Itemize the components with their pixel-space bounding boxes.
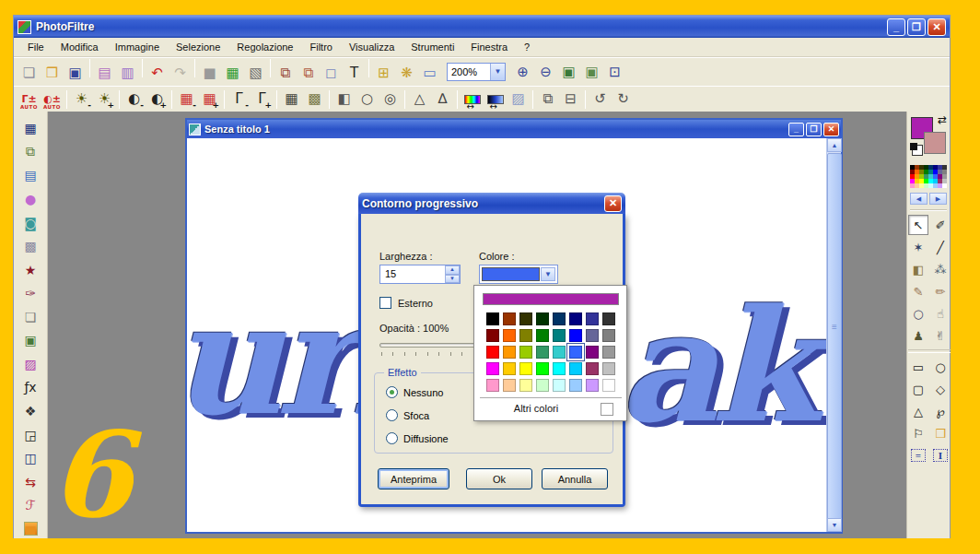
paste-as-selection-icon[interactable]: ◻ <box>320 63 343 85</box>
preview-button[interactable]: Anteprima <box>378 468 449 489</box>
rotate-right-icon[interactable]: ↻ <box>612 88 635 111</box>
palette-color-swatch[interactable] <box>503 362 516 375</box>
hue-adjust-icon[interactable] <box>461 88 484 111</box>
clone-stamp-tool[interactable]: ♟ <box>908 325 928 346</box>
cancel-button[interactable]: Annulla <box>542 468 608 489</box>
palette-color-swatch[interactable] <box>942 183 947 188</box>
menu-item-regolazione[interactable]: Regolazione <box>228 40 301 54</box>
scrollbar-thumb[interactable] <box>827 153 842 520</box>
dialog-close-button[interactable]: ✕ <box>604 195 622 212</box>
menu-item-modifica[interactable]: Modifica <box>52 40 107 54</box>
palette-color-swatch[interactable] <box>602 346 615 359</box>
zoom-in-icon[interactable]: ⊕ <box>511 61 534 83</box>
gamma-minus-icon[interactable]: Γ- <box>228 88 251 111</box>
width-spinner[interactable]: 15 ▲ ▼ <box>379 265 461 284</box>
load-selection-tool[interactable]: ❒ <box>930 423 951 443</box>
flip-vertical-icon[interactable]: ⊟ <box>559 88 582 111</box>
current-color-bar[interactable] <box>483 293 619 305</box>
save-2000-icon[interactable]: ◫ <box>19 449 41 468</box>
contrast-minus-icon[interactable]: ◐- <box>122 88 146 111</box>
line-tool[interactable]: ╱ <box>930 237 951 257</box>
frame-module-icon[interactable]: ◲ <box>19 425 41 444</box>
indexed-colors-icon[interactable]: ▦ <box>221 63 244 85</box>
scroll-down-arrow[interactable]: ▼ <box>827 518 842 532</box>
sharpen-more-icon[interactable]: ∆ <box>431 88 454 111</box>
palette-color-swatch[interactable] <box>586 312 599 325</box>
mirror-icon[interactable]: ⇆ <box>19 472 41 491</box>
palette-color-swatch[interactable] <box>586 362 599 375</box>
palette-color-swatch[interactable] <box>569 362 582 375</box>
palette-color-swatch[interactable] <box>553 362 566 375</box>
magic-wand-tool[interactable]: ✶ <box>908 237 928 257</box>
star-icon[interactable]: ★ <box>19 260 41 279</box>
pointer-tool[interactable]: ↖ <box>908 215 928 235</box>
palette-color-swatch[interactable] <box>569 329 582 342</box>
photomask-color-icon[interactable]: ▩ <box>303 88 326 111</box>
doc-restore-button[interactable]: ❐ <box>806 123 822 136</box>
gamma-auto-icon[interactable]: Γ±AUTO <box>18 88 41 111</box>
photomask-icon[interactable]: ▦ <box>280 88 303 111</box>
menu-item-[interactable]: ? <box>516 40 538 54</box>
palette-color-swatch[interactable] <box>536 362 549 375</box>
palette-color-swatch[interactable] <box>519 312 532 325</box>
blank-page-icon[interactable]: ❏ <box>19 308 41 327</box>
text-tool-icon[interactable]: T <box>343 63 366 85</box>
spray-tool[interactable]: ⁂ <box>930 259 951 279</box>
palette-color-swatch[interactable] <box>536 312 549 325</box>
image-properties-icon[interactable]: ▧ <box>244 63 267 85</box>
fill-tool[interactable]: ◧ <box>908 259 928 279</box>
select-diamond-tool[interactable]: ◇ <box>930 379 951 399</box>
open-icon[interactable]: ❒ <box>41 63 64 85</box>
print-icon[interactable]: ▤ <box>93 63 116 85</box>
palette-color-swatch[interactable] <box>536 346 549 359</box>
advanced-brush-tool[interactable]: ✏ <box>930 281 951 301</box>
menu-item-immagine[interactable]: Immagine <box>107 40 168 54</box>
fx-icon[interactable]: ƒx <box>19 378 41 397</box>
menu-item-file[interactable]: File <box>19 40 52 54</box>
effect-option-nessuno[interactable]: Nessuno <box>386 386 443 398</box>
palette-color-swatch[interactable] <box>586 379 599 392</box>
palette-color-swatch[interactable] <box>553 329 566 342</box>
image-export-icon[interactable]: ⧉ <box>19 143 41 162</box>
frame-effect-icon[interactable]: ▨ <box>507 88 530 111</box>
palette-color-swatch[interactable] <box>519 346 532 359</box>
effect-option-sfoca[interactable]: Sfoca <box>386 409 429 421</box>
redo-icon[interactable]: ↷ <box>169 63 192 85</box>
width-value[interactable]: 15 <box>380 265 445 283</box>
doc-minimize-button[interactable]: _ <box>788 123 804 136</box>
spin-down-arrow[interactable]: ▼ <box>445 275 460 284</box>
palette-color-swatch[interactable] <box>569 312 582 325</box>
restore-button[interactable]: ❐ <box>907 18 926 36</box>
smudge-tool[interactable]: ☝ <box>930 303 951 324</box>
full-screen-icon[interactable]: ⊡ <box>603 61 626 83</box>
select-rectangle-tool[interactable]: ▭ <box>908 357 928 377</box>
palette-color-swatch[interactable] <box>569 346 582 359</box>
palette-color-swatch[interactable] <box>602 362 615 375</box>
saturation-plus-icon[interactable]: ▦+ <box>198 88 221 111</box>
blur-more-icon[interactable]: ◎ <box>379 88 402 111</box>
rotate-left-icon[interactable]: ↺ <box>589 88 612 111</box>
palette-color-swatch[interactable] <box>519 379 532 392</box>
explorer-tree-icon[interactable]: ⊞ <box>372 63 395 85</box>
palette-color-swatch[interactable] <box>553 346 566 359</box>
flip-horizontal-icon[interactable]: ⧉ <box>536 88 559 111</box>
camera-icon[interactable]: ◙ <box>19 213 41 232</box>
palette-color-swatch[interactable] <box>553 312 566 325</box>
palette-color-swatch[interactable] <box>503 312 516 325</box>
mosaic-icon[interactable]: ▩ <box>19 237 41 256</box>
hand-tool[interactable]: ✌ <box>930 325 951 346</box>
palette-color-swatch[interactable] <box>602 379 615 392</box>
gamma-plus-icon[interactable]: Γ+ <box>251 88 274 111</box>
palette-color-swatch[interactable] <box>536 329 549 342</box>
palette-color-swatch[interactable] <box>519 329 532 342</box>
eyedropper-tool[interactable]: ✐ <box>930 215 951 235</box>
select-rounded-tool[interactable]: ▢ <box>908 379 928 399</box>
chevron-down-icon[interactable]: ▼ <box>490 64 505 80</box>
radio-button[interactable] <box>386 432 398 444</box>
swap-colors-icon[interactable]: ⇄ <box>938 113 947 126</box>
undo-icon[interactable]: ↶ <box>146 63 169 85</box>
outside-checkbox[interactable] <box>379 297 391 309</box>
radio-button[interactable] <box>386 386 398 398</box>
transparency-icon[interactable]: ◧ <box>332 88 356 111</box>
background-color-swatch[interactable] <box>924 132 946 154</box>
